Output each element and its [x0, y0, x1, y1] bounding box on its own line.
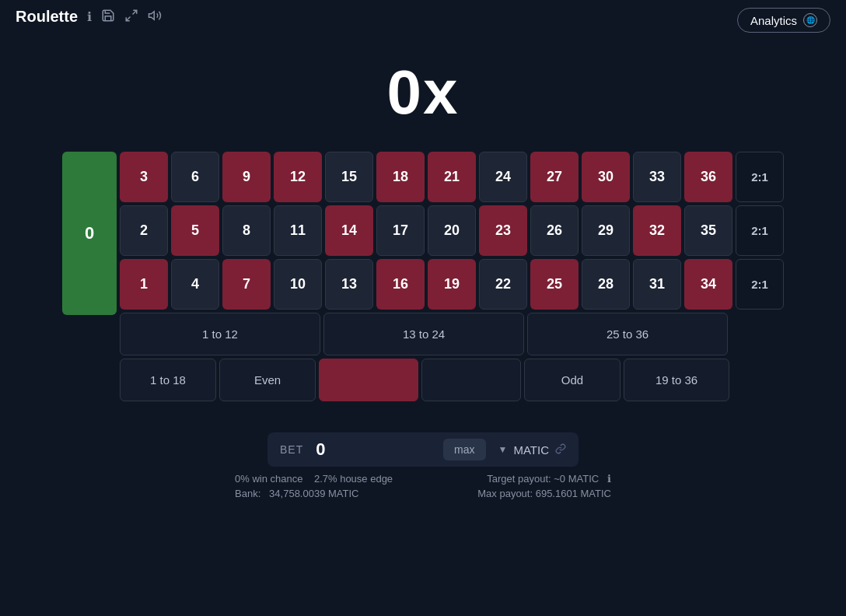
- cell-19[interactable]: 19: [428, 259, 476, 310]
- board-container: 0 3 6 9 12 15 18 21 24 27 30 33 36 2:1: [62, 152, 784, 401]
- cell-34[interactable]: 34: [684, 259, 732, 310]
- cell-22[interactable]: 22: [479, 259, 527, 310]
- cell-23[interactable]: 23: [479, 205, 527, 256]
- analytics-button[interactable]: Analytics 🌐: [737, 8, 830, 33]
- bet-odd[interactable]: Odd: [524, 359, 621, 401]
- cell-28[interactable]: 28: [582, 259, 630, 310]
- halves-row: 1 to 18 Even Odd 19 to 36: [120, 359, 784, 401]
- cell-3[interactable]: 3: [120, 152, 168, 202]
- svg-marker-2: [149, 11, 155, 19]
- numbers-grid: 3 6 9 12 15 18 21 24 27 30 33 36 2:1 2: [120, 152, 784, 401]
- payout-row3[interactable]: 2:1: [736, 259, 784, 310]
- stats-left: 0% win chance 2.7% house edge Bank: 34,7…: [235, 473, 393, 499]
- cell-13[interactable]: 13: [325, 259, 373, 310]
- max-payout: Max payout: 695.1601 MATIC: [477, 488, 611, 499]
- cell-9[interactable]: 9: [222, 152, 271, 202]
- svg-line-1: [126, 16, 130, 20]
- cell-24[interactable]: 24: [479, 152, 527, 202]
- bet-19to36[interactable]: 19 to 36: [624, 359, 729, 401]
- app-title: Roulette: [16, 8, 78, 26]
- cell-15[interactable]: 15: [325, 152, 373, 202]
- cell-8[interactable]: 8: [222, 205, 271, 256]
- currency-label: MATIC: [513, 443, 549, 457]
- svg-line-0: [133, 10, 137, 14]
- number-row-mid: 2 5 8 11 14 17 20 23 26 29 32 35 2:1: [120, 205, 784, 256]
- bet-13to24[interactable]: 13 to 24: [323, 313, 524, 355]
- payout-row1[interactable]: 2:1: [736, 152, 784, 202]
- cell-11[interactable]: 11: [274, 205, 322, 256]
- cell-2[interactable]: 2: [120, 205, 168, 256]
- cell-17[interactable]: 17: [376, 205, 425, 256]
- cell-30[interactable]: 30: [582, 152, 630, 202]
- cell-26[interactable]: 26: [530, 205, 579, 256]
- bet-red-color[interactable]: [319, 359, 418, 401]
- win-chance: 0% win chance 2.7% house edge: [235, 473, 393, 485]
- cell-6[interactable]: 6: [171, 152, 219, 202]
- cell-27[interactable]: 27: [530, 152, 579, 202]
- cell-1[interactable]: 1: [120, 259, 168, 310]
- bet-label: BET: [280, 443, 303, 456]
- save-icon[interactable]: [101, 9, 115, 26]
- max-button[interactable]: max: [443, 439, 485, 460]
- bet-black-color[interactable]: [421, 359, 521, 401]
- cell-21[interactable]: 21: [428, 152, 476, 202]
- info-icon[interactable]: ℹ: [87, 9, 92, 24]
- currency-selector[interactable]: ▼ MATIC: [498, 443, 566, 457]
- cell-5[interactable]: 5: [171, 205, 219, 256]
- multiplier-display: 0x: [387, 57, 460, 128]
- bet-even[interactable]: Even: [219, 359, 316, 401]
- number-row-bot: 1 4 7 10 13 16 19 22 25 28 31 34 2:1: [120, 259, 784, 310]
- globe-icon: 🌐: [803, 13, 817, 27]
- cell-16[interactable]: 16: [376, 259, 425, 310]
- cell-29[interactable]: 29: [582, 205, 630, 256]
- stats-row: 0% win chance 2.7% house edge Bank: 34,7…: [229, 473, 617, 499]
- bet-value: 0: [316, 439, 431, 460]
- cell-32[interactable]: 32: [633, 205, 681, 256]
- bet-1to12[interactable]: 1 to 12: [120, 313, 320, 355]
- number-row-top: 3 6 9 12 15 18 21 24 27 30 33 36 2:1: [120, 152, 784, 202]
- payout-row2[interactable]: 2:1: [736, 205, 784, 256]
- cell-25[interactable]: 25: [530, 259, 579, 310]
- link-icon: [555, 443, 566, 457]
- main-display: 0x: [0, 33, 846, 144]
- info-icon-small[interactable]: ℹ: [607, 473, 611, 485]
- stats-right: Target payout: ~0 MATIC ℹ Max payout: 69…: [477, 473, 611, 499]
- cell-10[interactable]: 10: [274, 259, 322, 310]
- board-main-rows: 0 3 6 9 12 15 18 21 24 27 30 33 36 2:1: [62, 152, 784, 401]
- cell-31[interactable]: 31: [633, 259, 681, 310]
- bet-controls: BET 0 max ▼ MATIC 0% win chance 2.7% hou…: [0, 409, 846, 507]
- cell-4[interactable]: 4: [171, 259, 219, 310]
- zero-cell[interactable]: 0: [62, 152, 117, 315]
- cell-35[interactable]: 35: [684, 205, 732, 256]
- sound-icon[interactable]: [148, 9, 162, 26]
- chevron-down-icon: ▼: [498, 444, 508, 455]
- cell-14[interactable]: 14: [325, 205, 373, 256]
- bet-1to18[interactable]: 1 to 18: [120, 359, 216, 401]
- target-payout: Target payout: ~0 MATIC ℹ: [487, 473, 611, 485]
- cell-12[interactable]: 12: [274, 152, 322, 202]
- cell-18[interactable]: 18: [376, 152, 425, 202]
- thirds-row: 1 to 12 13 to 24 25 to 36: [120, 313, 784, 355]
- fullscreen-icon[interactable]: [124, 9, 138, 26]
- bank-info: Bank: 34,758.0039 MATIC: [235, 488, 393, 499]
- roulette-board: 0 3 6 9 12 15 18 21 24 27 30 33 36 2:1: [0, 144, 846, 409]
- cell-20[interactable]: 20: [428, 205, 476, 256]
- cell-36[interactable]: 36: [684, 152, 732, 202]
- bet-bar: BET 0 max ▼ MATIC: [267, 432, 579, 467]
- header: Roulette ℹ Analytics 🌐: [0, 0, 846, 33]
- cell-7[interactable]: 7: [222, 259, 271, 310]
- bet-25to36[interactable]: 25 to 36: [527, 313, 728, 355]
- cell-33[interactable]: 33: [633, 152, 681, 202]
- analytics-label: Analytics: [750, 14, 797, 27]
